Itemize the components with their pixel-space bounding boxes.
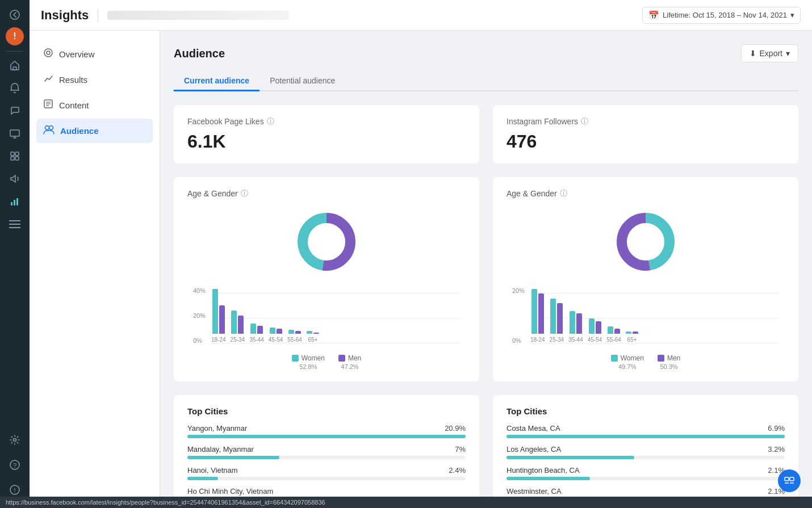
fb-chart-info-icon[interactable]: ⓘ (241, 188, 248, 199)
ig-bar-women-35-44 (570, 311, 575, 334)
instagram-cities-title: Top Cities (507, 406, 785, 416)
rail-back-icon[interactable] (5, 5, 25, 25)
bar-label-45-54: 45-54 (269, 337, 283, 343)
sidebar-item-overview[interactable]: Overview (36, 42, 153, 66)
facebook-metric-value: 6.1K (187, 131, 466, 152)
legend-dot-ig-women (611, 355, 618, 362)
facebook-donut-chart (292, 208, 361, 276)
ig-bar-men-45-54 (596, 321, 601, 334)
svg-rect-35 (790, 477, 794, 481)
bar-men-35-44 (257, 326, 263, 334)
overview-icon (43, 48, 53, 61)
instagram-chart-legend: Women 49.7% Men 50.3% (507, 354, 785, 370)
status-bar-url: https://business.facebook.com/latest/ins… (6, 499, 325, 506)
tab-current-audience[interactable]: Current audience (174, 72, 259, 91)
download-icon: ⬇ (750, 49, 756, 58)
rail-alert-icon[interactable]: ! (6, 27, 24, 45)
audience-header: Audience ⬇ Export ▾ (174, 44, 798, 62)
sidebar-item-results[interactable]: Results (36, 68, 153, 92)
header-divider (98, 9, 98, 22)
instagram-bar-chart: 20% 0% 18-24 (507, 287, 785, 350)
instagram-age-gender-card: Age & Gender ⓘ 20% (493, 177, 798, 381)
bar-women-18-24 (212, 289, 218, 334)
rail-settings-icon[interactable] (5, 430, 25, 450)
legend-dot-fb-men (338, 355, 345, 362)
rail-home-icon[interactable] (5, 55, 25, 75)
ig-bar-axis-20: 20% (512, 287, 525, 294)
bar-women-25-34 (231, 310, 237, 334)
svg-rect-1 (13, 67, 16, 70)
ig-bar-group-25-34: 25-34 (550, 299, 564, 343)
rail-help-icon[interactable]: ? (5, 455, 25, 475)
corner-help-button[interactable] (778, 469, 801, 492)
ig-bar-axis-0: 0% (512, 337, 521, 344)
rail-insights-icon[interactable] (5, 191, 25, 212)
instagram-info-icon[interactable]: ⓘ (581, 116, 588, 127)
rail-grid-icon[interactable] (5, 146, 25, 166)
bar-group-25-34: 25-34 (231, 310, 245, 343)
chevron-down-icon: ▾ (790, 11, 794, 19)
ig-bar-women-45-54 (589, 318, 595, 334)
ig-city-2: Los Angeles, CA 3.2% (507, 445, 785, 459)
page-title: Insights (41, 8, 89, 23)
rail-megaphone-icon[interactable] (5, 169, 25, 189)
bar-group-18-24: 18-24 (211, 289, 226, 343)
rail-menu-icon[interactable] (5, 214, 25, 234)
svg-rect-10 (14, 200, 15, 205)
fb-bar-axis-40: 40% (193, 287, 206, 294)
sidebar-item-content[interactable]: Content (36, 93, 153, 117)
svg-point-0 (10, 10, 19, 19)
corner-btn-icon[interactable] (778, 469, 801, 492)
facebook-donut-wrap (187, 208, 466, 276)
bar-men-25-34 (238, 316, 244, 334)
fb-bar-axis-20: 20% (193, 312, 206, 319)
facebook-cities-title: Top Cities (187, 406, 466, 416)
rail-screen-icon[interactable] (5, 123, 25, 144)
rail-bell-icon[interactable] (5, 78, 25, 98)
sidebar-nav: Overview Results Content (30, 31, 160, 508)
results-icon (43, 73, 53, 86)
svg-point-27 (49, 126, 53, 130)
facebook-metric-label: Facebook Page Likes ⓘ (187, 116, 466, 127)
bar-men-18-24 (219, 305, 225, 334)
bar-women-35-44 (250, 324, 256, 334)
svg-text:?: ? (13, 462, 16, 469)
bar-men-55-64 (295, 331, 301, 334)
legend-item-fb-men: Men 47.2% (338, 354, 361, 370)
bar-label-65plus: 65+ (308, 337, 317, 343)
ig-chart-info-icon[interactable]: ⓘ (560, 188, 567, 199)
sidebar-item-audience[interactable]: Audience (36, 119, 153, 143)
facebook-info-icon[interactable]: ⓘ (267, 116, 274, 127)
audience-icon (43, 124, 55, 137)
bar-women-65plus (307, 331, 312, 334)
svg-rect-9 (11, 202, 12, 205)
bar-group-45-54: 45-54 (269, 328, 283, 343)
svg-point-15 (14, 439, 16, 442)
facebook-chart-legend: Women 52.8% Men 47.2% (187, 354, 466, 370)
svg-rect-8 (15, 157, 19, 160)
ig-bar-men-65plus (633, 331, 638, 334)
tab-potential-audience[interactable]: Potential audience (259, 72, 345, 91)
facebook-chart-title: Age & Gender ⓘ (187, 188, 466, 199)
fb-city-3: Hanoi, Vietnam 2.4% (187, 466, 466, 480)
svg-point-30 (309, 225, 344, 259)
sidebar-results-label: Results (59, 75, 87, 85)
svg-point-20 (44, 49, 52, 57)
audience-title: Audience (174, 47, 225, 60)
ig-bar-group-35-44: 35-44 (568, 311, 583, 343)
rail-chat-icon[interactable] (5, 100, 25, 121)
ig-bar-group-45-54: 45-54 (588, 318, 602, 343)
instagram-metric-value: 476 (507, 131, 785, 152)
ig-city-1: Costa Mesa, CA 6.9% (507, 424, 785, 438)
bar-women-55-64 (288, 330, 294, 334)
svg-rect-6 (15, 152, 19, 156)
instagram-metric-label: Instagram Followers ⓘ (507, 116, 785, 127)
svg-rect-11 (16, 198, 18, 205)
ig-bar-group-55-64: 55-64 (606, 326, 621, 343)
ig-bar-women-65plus (626, 331, 631, 334)
date-range-picker[interactable]: 📅 Lifetime: Oct 15, 2018 – Nov 14, 2021 … (642, 7, 801, 24)
legend-dot-ig-men (658, 355, 664, 362)
bar-men-65plus (313, 333, 319, 334)
export-button[interactable]: ⬇ Export ▾ (741, 44, 798, 62)
fb-city-1: Yangon, Myanmar 20.9% (187, 424, 466, 438)
